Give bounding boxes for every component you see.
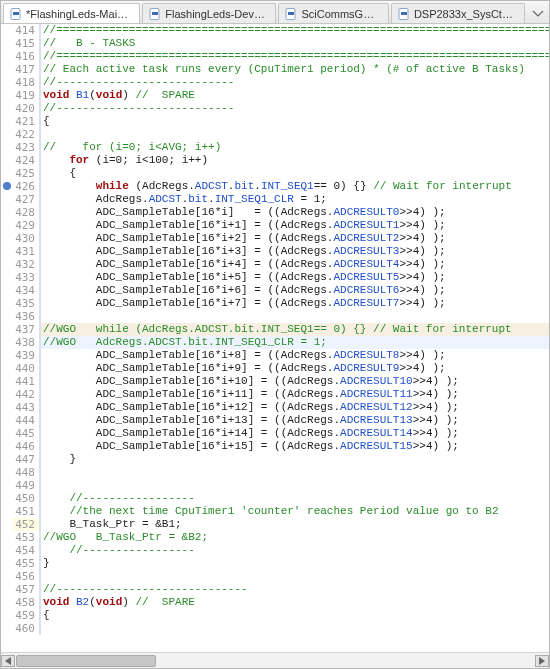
horizontal-scrollbar[interactable] [1, 652, 549, 668]
code-line[interactable]: 422 [1, 128, 549, 141]
code-line[interactable]: 451 //the next time CpuTimer1 'counter' … [1, 505, 549, 518]
gutter-marker[interactable] [1, 492, 13, 505]
gutter-marker[interactable] [1, 154, 13, 167]
gutter-marker[interactable] [1, 570, 13, 583]
gutter-marker[interactable] [1, 336, 13, 349]
code-line[interactable]: 424 for (i=0; i<100; i++) [1, 154, 549, 167]
code-line[interactable]: 448 [1, 466, 549, 479]
gutter-marker[interactable] [1, 518, 13, 531]
code-line[interactable]: 445 ADC_SampleTable[16*i+14] = ((AdcRegs… [1, 427, 549, 440]
code-line[interactable]: 455} [1, 557, 549, 570]
gutter-marker[interactable] [1, 583, 13, 596]
gutter-marker[interactable] [1, 466, 13, 479]
gutter-marker[interactable] [1, 505, 13, 518]
tab-3[interactable]: DSP2833x_SysCtrl.c [391, 3, 525, 23]
tab-1[interactable]: FlashingLeds-DevI… [142, 3, 276, 23]
gutter-marker[interactable] [1, 89, 13, 102]
gutter-marker[interactable] [1, 232, 13, 245]
gutter-marker[interactable] [1, 622, 13, 635]
tab-overflow-button[interactable] [529, 4, 547, 22]
code-line[interactable]: 454 //----------------- [1, 544, 549, 557]
code-line[interactable]: 414//===================================… [1, 24, 549, 37]
gutter-marker[interactable] [1, 609, 13, 622]
code-line[interactable]: 429 ADC_SampleTable[16*i+1] = ((AdcRegs.… [1, 219, 549, 232]
gutter-marker[interactable] [1, 362, 13, 375]
code-line[interactable]: 432 ADC_SampleTable[16*i+4] = ((AdcRegs.… [1, 258, 549, 271]
gutter-marker[interactable] [1, 531, 13, 544]
code-line[interactable]: 416//===================================… [1, 50, 549, 63]
code-line[interactable]: 452 B_Task_Ptr = &B1; [1, 518, 549, 531]
gutter-marker[interactable] [1, 388, 13, 401]
gutter-marker[interactable] [1, 557, 13, 570]
code-viewport[interactable]: 414//===================================… [1, 24, 549, 652]
code-line[interactable]: 418//--------------------------- [1, 76, 549, 89]
gutter-marker[interactable] [1, 427, 13, 440]
gutter-marker[interactable] [1, 479, 13, 492]
code-line[interactable]: 439 ADC_SampleTable[16*i+8] = ((AdcRegs.… [1, 349, 549, 362]
tab-0[interactable]: *FlashingLeds-Main.c [3, 3, 140, 23]
gutter-marker[interactable] [1, 349, 13, 362]
gutter-marker[interactable] [1, 24, 13, 37]
code-line[interactable]: 441 ADC_SampleTable[16*i+10] = ((AdcRegs… [1, 375, 549, 388]
gutter-marker[interactable] [1, 284, 13, 297]
code-line[interactable]: 447 } [1, 453, 549, 466]
gutter-marker[interactable] [1, 128, 13, 141]
code-line[interactable]: 434 ADC_SampleTable[16*i+6] = ((AdcRegs.… [1, 284, 549, 297]
code-line[interactable]: 430 ADC_SampleTable[16*i+2] = ((AdcRegs.… [1, 232, 549, 245]
tab-2[interactable]: SciCommsGui.c [278, 3, 388, 23]
gutter-marker[interactable] [1, 63, 13, 76]
gutter-marker[interactable] [1, 323, 13, 336]
code-line[interactable]: 440 ADC_SampleTable[16*i+9] = ((AdcRegs.… [1, 362, 549, 375]
gutter-marker[interactable] [1, 375, 13, 388]
gutter-marker[interactable] [1, 245, 13, 258]
code-line[interactable]: 436 [1, 310, 549, 323]
gutter-marker[interactable] [1, 115, 13, 128]
code-line[interactable]: 443 ADC_SampleTable[16*i+12] = ((AdcRegs… [1, 401, 549, 414]
code-line[interactable]: 449 [1, 479, 549, 492]
code-line[interactable]: 417// Each active task runs every (CpuTi… [1, 63, 549, 76]
gutter-marker[interactable] [1, 414, 13, 427]
code-line[interactable]: 460 [1, 622, 549, 635]
gutter-marker[interactable] [1, 180, 13, 193]
gutter-marker[interactable] [1, 297, 13, 310]
gutter-marker[interactable] [1, 193, 13, 206]
code-line[interactable]: 421{ [1, 115, 549, 128]
code-line[interactable]: 446 ADC_SampleTable[16*i+15] = ((AdcRegs… [1, 440, 549, 453]
code-line[interactable]: 438//WGO AdcRegs.ADCST.bit.INT_SEQ1_CLR … [1, 336, 549, 349]
gutter-marker[interactable] [1, 50, 13, 63]
gutter-marker[interactable] [1, 258, 13, 271]
code-line[interactable]: 415// B - TASKS [1, 37, 549, 50]
code-line[interactable]: 437//WGO while (AdcRegs.ADCST.bit.INT_SE… [1, 323, 549, 336]
code-line[interactable]: 427 AdcRegs.ADCST.bit.INT_SEQ1_CLR = 1; [1, 193, 549, 206]
gutter-marker[interactable] [1, 76, 13, 89]
scroll-thumb[interactable] [16, 655, 156, 667]
code-line[interactable]: 450 //----------------- [1, 492, 549, 505]
code-line[interactable]: 458void B2(void) // SPARE [1, 596, 549, 609]
gutter-marker[interactable] [1, 440, 13, 453]
gutter-marker[interactable] [1, 596, 13, 609]
code-line[interactable]: 419void B1(void) // SPARE [1, 89, 549, 102]
code-line[interactable]: 457//----------------------------- [1, 583, 549, 596]
code-line[interactable]: 444 ADC_SampleTable[16*i+13] = ((AdcRegs… [1, 414, 549, 427]
gutter-marker[interactable] [1, 544, 13, 557]
code-line[interactable]: 442 ADC_SampleTable[16*i+11] = ((AdcRegs… [1, 388, 549, 401]
code-line[interactable]: 431 ADC_SampleTable[16*i+3] = ((AdcRegs.… [1, 245, 549, 258]
code-line[interactable]: 456 [1, 570, 549, 583]
scroll-left-button[interactable] [1, 655, 15, 667]
gutter-marker[interactable] [1, 102, 13, 115]
code-line[interactable]: 420//--------------------------- [1, 102, 549, 115]
code-line[interactable]: 435 ADC_SampleTable[16*i+7] = ((AdcRegs.… [1, 297, 549, 310]
code-line[interactable]: 459{ [1, 609, 549, 622]
code-line[interactable]: 425 { [1, 167, 549, 180]
code-line[interactable]: 428 ADC_SampleTable[16*i] = ((AdcRegs.AD… [1, 206, 549, 219]
code-line[interactable]: 453//WGO B_Task_Ptr = &B2; [1, 531, 549, 544]
gutter-marker[interactable] [1, 453, 13, 466]
code-line[interactable]: 426 while (AdcRegs.ADCST.bit.INT_SEQ1== … [1, 180, 549, 193]
gutter-marker[interactable] [1, 141, 13, 154]
gutter-marker[interactable] [1, 219, 13, 232]
gutter-marker[interactable] [1, 167, 13, 180]
scroll-right-button[interactable] [535, 655, 549, 667]
gutter-marker[interactable] [1, 271, 13, 284]
gutter-marker[interactable] [1, 37, 13, 50]
gutter-marker[interactable] [1, 310, 13, 323]
